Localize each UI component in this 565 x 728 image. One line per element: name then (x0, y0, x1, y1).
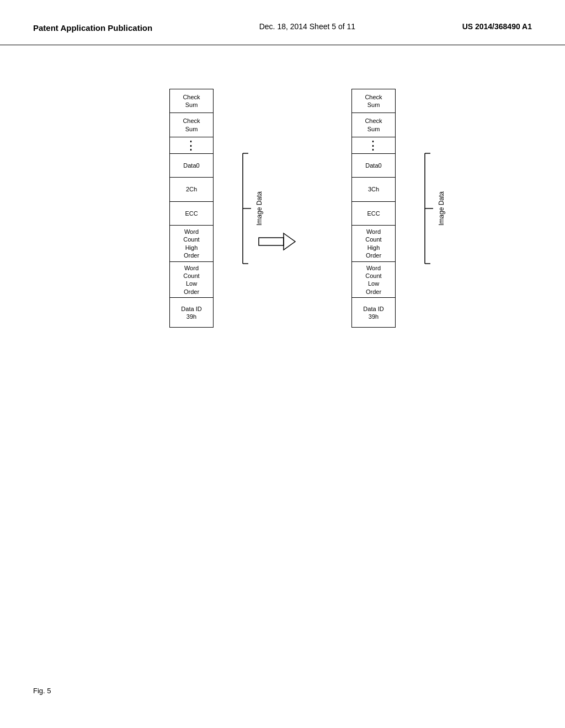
left-cell-data-id: Data ID39h (169, 297, 214, 328)
right-cell-data-id: Data ID39h (351, 297, 396, 328)
right-cell-dots: ⋮ (351, 137, 396, 154)
right-cell-word-count-low: WordCountLowOrder (351, 261, 396, 298)
left-cells: CheckSum CheckSum ⋮ Data0 2Ch ECC WordCo… (169, 89, 214, 328)
left-diagram-block: CheckSum CheckSum ⋮ Data0 2Ch ECC WordCo… (169, 89, 214, 328)
patent-number: US 2014/368490 A1 (462, 22, 532, 31)
left-image-data-group: Image Data (240, 89, 263, 328)
left-cell-ecc: ECC (169, 201, 214, 226)
right-cells: CheckSum CheckSum ⋮ Data0 3Ch ECC WordCo… (351, 89, 396, 328)
right-cell-word-count-high: WordCountHighOrder (351, 225, 396, 262)
transform-arrow (258, 228, 296, 255)
right-cell-checksum2: CheckSum (351, 113, 396, 137)
right-image-data-label: Image Data (438, 191, 445, 226)
publication-title: Patent Application Publication (33, 22, 152, 34)
left-cell-word-count-low: WordCountLowOrder (169, 261, 214, 298)
left-cell-checksum1: CheckSum (169, 89, 214, 114)
arrow-svg (258, 228, 296, 255)
left-cell-data0: Data0 (169, 153, 214, 178)
figure-label: Fig. 5 (33, 687, 51, 695)
page-header: Patent Application Publication Dec. 18, … (0, 0, 565, 45)
right-image-data-group: Image Data (422, 89, 445, 328)
publication-info: Dec. 18, 2014 Sheet 5 of 11 (259, 22, 355, 31)
left-cell-word-count-high: WordCountHighOrder (169, 225, 214, 262)
svg-marker-3 (284, 233, 295, 250)
left-cell-checksum2: CheckSum (169, 113, 214, 137)
left-cell-dots: ⋮ (169, 137, 214, 154)
right-cell-ecc: ECC (351, 201, 396, 226)
right-bracket-svg (422, 148, 436, 269)
diagram-area: CheckSum CheckSum ⋮ Data0 2Ch ECC WordCo… (0, 89, 565, 328)
right-diagram-block: CheckSum CheckSum ⋮ Data0 3Ch ECC WordCo… (351, 89, 396, 328)
left-bracket-svg (240, 148, 254, 269)
left-image-data-label: Image Data (255, 191, 263, 226)
right-cell-3ch: 3Ch (351, 177, 396, 202)
right-cell-checksum1: CheckSum (351, 89, 396, 114)
right-cell-data0: Data0 (351, 153, 396, 178)
left-cell-2ch: 2Ch (169, 177, 214, 202)
